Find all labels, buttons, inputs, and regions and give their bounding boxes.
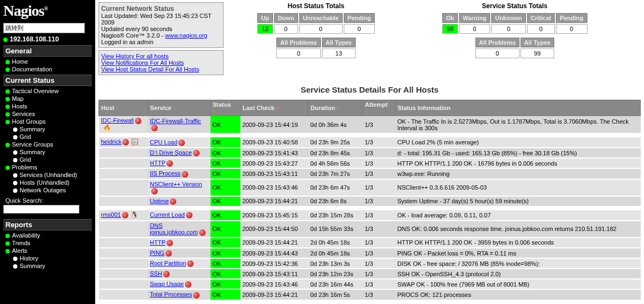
td-unknown[interactable]: 0 bbox=[491, 24, 526, 34]
nav-hostgroups-grid[interactable]: Grid bbox=[3, 133, 92, 141]
host-link[interactable]: IDC-Firewall bbox=[101, 117, 134, 124]
nav-host-groups[interactable]: Host Groups bbox=[3, 118, 92, 125]
service-link[interactable]: D:\ Drive Space bbox=[150, 149, 192, 156]
nav-svcgroups-summary[interactable]: Summary bbox=[3, 148, 92, 156]
td-svc-pending[interactable]: 0 bbox=[556, 24, 587, 34]
col-host[interactable]: Host ↑↓ bbox=[99, 100, 148, 116]
host-link[interactable]: heidrick bbox=[101, 138, 122, 145]
th-ok[interactable]: Ok bbox=[442, 13, 458, 23]
service-link[interactable]: CPU Load bbox=[150, 139, 178, 145]
th-warning[interactable]: Warning bbox=[459, 13, 491, 23]
nav-alerts[interactable]: Alerts bbox=[3, 247, 92, 254]
ack-icon[interactable] bbox=[186, 212, 193, 218]
th-critical[interactable]: Critical bbox=[527, 13, 555, 23]
ack-icon[interactable] bbox=[178, 139, 185, 146]
nav-hosts-unhandled[interactable]: Hosts (Unhandled) bbox=[3, 179, 92, 186]
td-all-types[interactable]: 13 bbox=[322, 48, 356, 58]
nav-hosts[interactable]: Hosts bbox=[3, 102, 92, 110]
nav-services-unhandled[interactable]: Services (Unhandled) bbox=[3, 171, 92, 179]
nav-hostgroups-summary[interactable]: Summary bbox=[3, 125, 92, 133]
th-down[interactable]: Down bbox=[274, 13, 298, 23]
nav-tactical-overview[interactable]: Tactical Overview bbox=[3, 87, 92, 95]
nav-home[interactable]: Home bbox=[3, 58, 92, 65]
col-service[interactable]: Service ↑↓ bbox=[148, 100, 210, 116]
service-link[interactable]: Swap Usage bbox=[150, 281, 184, 287]
quick-search-input[interactable] bbox=[3, 205, 79, 214]
td-warning[interactable]: 0 bbox=[459, 24, 491, 34]
th-unreachable[interactable]: Unreachable bbox=[299, 13, 343, 23]
td-svc-all-types[interactable]: 99 bbox=[521, 48, 554, 58]
service-link[interactable]: IDC-Firewall-Traffic bbox=[150, 118, 201, 124]
ack-icon[interactable] bbox=[193, 292, 200, 299]
nav-services[interactable]: Services bbox=[3, 110, 92, 118]
service-link[interactable]: IIS Process bbox=[150, 170, 181, 177]
td-svc-all-problems[interactable]: 0 bbox=[475, 48, 519, 58]
th-unknown[interactable]: Unknown bbox=[491, 13, 526, 23]
td-critical[interactable]: 0 bbox=[527, 24, 555, 34]
td-pending[interactable]: 0 bbox=[344, 24, 375, 34]
host-cell bbox=[99, 289, 148, 300]
nav-trends[interactable]: Trends bbox=[3, 239, 92, 247]
ack-icon[interactable] bbox=[193, 150, 200, 156]
th-svc-all-problems[interactable]: All Problems bbox=[475, 38, 519, 47]
service-link[interactable]: HTTP bbox=[150, 239, 166, 246]
ack-icon[interactable] bbox=[151, 125, 158, 131]
col-info[interactable]: Status Information bbox=[395, 100, 641, 116]
ack-icon[interactable] bbox=[166, 240, 173, 246]
col-status[interactable]: Status ↑↓ bbox=[210, 100, 240, 116]
service-link[interactable]: HTTP bbox=[150, 160, 166, 166]
th-svc-all-types[interactable]: All Types bbox=[521, 38, 554, 47]
td-all-problems[interactable]: 0 bbox=[276, 48, 320, 58]
nav-service-groups[interactable]: Service Groups bbox=[3, 141, 92, 148]
ack-icon[interactable] bbox=[166, 160, 173, 167]
th-all-types[interactable]: All Types bbox=[322, 38, 356, 47]
service-link[interactable]: Total Processes bbox=[150, 291, 193, 297]
service-link[interactable]: Current Load bbox=[150, 211, 185, 218]
nav-alerts-summary[interactable]: Summary bbox=[3, 262, 92, 270]
nav-problems[interactable]: Problems bbox=[3, 163, 92, 171]
ack-icon[interactable] bbox=[151, 188, 158, 194]
service-link[interactable]: PING bbox=[150, 250, 165, 256]
nav-network-outages[interactable]: Network Outages bbox=[3, 186, 92, 194]
jump-to-field[interactable]: 跳转到 bbox=[3, 23, 85, 33]
th-all-problems[interactable]: All Problems bbox=[276, 38, 320, 47]
ack-icon[interactable] bbox=[135, 118, 141, 124]
service-link[interactable]: Root Partition bbox=[150, 260, 187, 266]
th-svc-pending[interactable]: Pending bbox=[556, 13, 587, 23]
nav-availability[interactable]: Availability bbox=[3, 232, 92, 239]
service-link[interactable]: NSClient++ Version bbox=[150, 181, 202, 187]
td-unreachable[interactable]: 0 bbox=[299, 24, 343, 34]
host-link[interactable]: rms001 bbox=[101, 211, 121, 218]
td-ok[interactable]: 99 bbox=[442, 24, 458, 34]
ack-icon[interactable] bbox=[199, 229, 206, 236]
service-link[interactable]: DNS joinus.jobkoo.com bbox=[150, 222, 198, 235]
ack-icon[interactable] bbox=[122, 139, 129, 145]
ack-icon[interactable] bbox=[165, 250, 172, 257]
ack-icon[interactable] bbox=[122, 212, 128, 218]
ack-icon[interactable] bbox=[187, 260, 194, 267]
nav-map[interactable]: Map bbox=[3, 95, 92, 102]
th-pending[interactable]: Pending bbox=[344, 13, 375, 23]
th-up[interactable]: Up bbox=[257, 13, 273, 23]
link-view-notifications[interactable]: View Notifications For All Hosts bbox=[101, 59, 221, 66]
link-view-history[interactable]: View History For all hosts bbox=[101, 53, 221, 59]
link-view-host-status[interactable]: View Host Status Detail For All Hosts bbox=[101, 66, 221, 72]
nav-svcgroups-grid[interactable]: Grid bbox=[3, 156, 92, 163]
nav-alerts-history[interactable]: History bbox=[3, 254, 92, 262]
nagios-link[interactable]: www.nagios.org bbox=[165, 32, 208, 39]
col-duration[interactable]: Duration ↑↓ bbox=[308, 100, 363, 116]
ack-icon[interactable] bbox=[163, 271, 170, 277]
td-up[interactable]: 13 bbox=[257, 24, 273, 34]
sort-down-icon[interactable]: ↓ bbox=[119, 105, 122, 111]
host-totals-title: Host Status Totals bbox=[256, 2, 376, 10]
nav-documentation[interactable]: Documentation bbox=[3, 65, 92, 73]
col-last-check[interactable]: Last Check ↑↓ bbox=[240, 100, 308, 116]
ack-icon[interactable] bbox=[182, 171, 188, 178]
host-cell bbox=[99, 258, 148, 269]
td-down[interactable]: 0 bbox=[274, 24, 298, 34]
service-link[interactable]: SSH bbox=[150, 270, 163, 277]
service-link[interactable]: Uptime bbox=[150, 198, 169, 204]
ack-icon[interactable] bbox=[185, 281, 191, 288]
ack-icon[interactable] bbox=[170, 198, 176, 205]
col-attempt[interactable]: Attempt ↑↓ bbox=[363, 100, 395, 116]
